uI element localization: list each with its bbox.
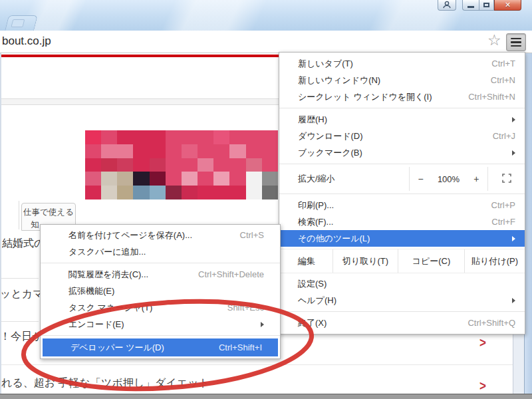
profile-button[interactable]	[438, 0, 456, 11]
mosaic-cell	[198, 130, 213, 144]
menu-item-label: ヘルプ(H)	[298, 295, 507, 307]
submenu-item-developer-tools[interactable]: デベロッパー ツール(D) Ctrl+Shift+I	[43, 338, 278, 356]
submenu-item-task-manager[interactable]: タスク マネージャ(T) Shift+Esc	[41, 299, 280, 316]
mosaic-cell	[133, 130, 149, 144]
menu-item-label: 履歴(H)	[298, 114, 507, 126]
maximize-icon	[483, 3, 489, 7]
mosaic-cell	[101, 186, 117, 200]
menu-item-label: ダウンロード(D)	[298, 130, 493, 142]
menu-zoom-row: 拡大/縮小 − 100% +	[279, 167, 525, 191]
mosaic-cell	[101, 130, 117, 144]
list-divider	[0, 278, 39, 279]
submenu-item-add-to-taskbar[interactable]: タスクバーに追加...	[41, 243, 280, 260]
menu-separator	[279, 194, 525, 194]
maximize-button[interactable]	[479, 0, 494, 11]
menu-item-print[interactable]: 印刷(P)... Ctrl+P	[279, 197, 525, 213]
menu-item-new-window[interactable]: 新しいウィンドウ(N) Ctrl+N	[279, 72, 525, 88]
menu-shortcut: Ctrl+T	[491, 59, 515, 68]
minimize-button[interactable]	[462, 0, 479, 11]
edit-label: 編集	[279, 249, 332, 273]
menu-item-new-tab[interactable]: 新しいタブ(T) Ctrl+T	[279, 55, 525, 72]
mosaic-cell	[85, 158, 101, 172]
mosaic-cell	[117, 158, 133, 172]
address-bar: bout.co.jp ☆	[0, 31, 532, 53]
pixelated-image	[85, 130, 278, 200]
list-divider	[0, 321, 39, 322]
menu-item-settings[interactable]: 設定(S)	[279, 275, 525, 292]
mosaic-cell	[262, 144, 278, 158]
favicon-placeholder	[11, 19, 25, 27]
paste-button[interactable]: 貼り付け(P)	[464, 249, 525, 273]
menu-item-label: デベロッパー ツール(D)	[70, 342, 219, 354]
menu-button[interactable]	[506, 33, 526, 51]
mosaic-cell	[246, 130, 262, 144]
mosaic-cell	[150, 144, 166, 158]
mosaic-cell	[262, 186, 278, 200]
menu-item-history[interactable]: 履歴(H)	[279, 111, 525, 128]
submenu-item-extensions[interactable]: 拡張機能(E)	[41, 283, 280, 299]
mosaic-cell	[85, 186, 101, 200]
menu-item-downloads[interactable]: ダウンロード(D) Ctrl+J	[279, 128, 525, 144]
mosaic-cell	[117, 130, 133, 144]
menu-item-label: 終了(X)	[298, 317, 467, 329]
page-text-bottom[interactable]: れる、超お 手軽な「ツボ押し」ダイエット	[1, 376, 209, 390]
mosaic-cell	[117, 144, 133, 158]
menu-item-label: 名前を付けてページを保存(A)...	[68, 229, 240, 241]
page-text-wedding[interactable]: 結婚式の	[2, 237, 45, 251]
menu-separator	[41, 335, 280, 336]
hamburger-icon	[511, 38, 521, 40]
menu-item-label: その他のツール(L)	[298, 233, 507, 245]
menu-shortcut: Ctrl+Shift+I	[219, 342, 262, 352]
submenu-item-save-page[interactable]: 名前を付けてページを保存(A)... Ctrl+S	[41, 227, 280, 243]
menu-shortcut: Ctrl+P	[491, 200, 515, 210]
mosaic-cell	[198, 186, 213, 200]
copy-button[interactable]: コピー(C)	[398, 249, 464, 273]
submenu-arrow-icon	[512, 298, 515, 303]
mosaic-cell	[182, 172, 198, 186]
zoom-out-button[interactable]: −	[416, 174, 426, 184]
browser-tab[interactable]	[5, 15, 38, 31]
chrome-menu: 新しいタブ(T) Ctrl+T 新しいウィンドウ(N) Ctrl+N シークレッ…	[279, 52, 525, 334]
page-text-kyou[interactable]: ！今日か	[0, 330, 43, 344]
url-text[interactable]: bout.co.jp	[2, 35, 51, 48]
submenu-arrow-icon	[512, 150, 515, 156]
list-chevron-icon[interactable]: >	[479, 335, 486, 350]
submenu-item-clear-browsing-data[interactable]: 閲覧履歴を消去(C)... Ctrl+Shift+Delete	[41, 266, 280, 283]
mosaic-cell	[166, 130, 182, 144]
list-chevron-icon[interactable]: >	[479, 378, 486, 394]
menu-shortcut: Ctrl+J	[493, 131, 515, 141]
menu-item-bookmarks[interactable]: ブックマーク(B)	[279, 144, 525, 161]
fullscreen-button[interactable]	[487, 167, 525, 191]
zoom-in-button[interactable]: +	[471, 174, 481, 184]
mosaic-cell	[117, 172, 133, 186]
close-button[interactable]: ✕	[494, 0, 521, 11]
menu-item-label: タスク マネージャ(T)	[68, 302, 227, 314]
mosaic-cell	[198, 158, 213, 172]
cut-button[interactable]: 切り取り(T)	[332, 249, 398, 273]
zoom-level: 100%	[438, 174, 460, 184]
menu-item-find[interactable]: 検索(F)... Ctrl+F	[279, 213, 525, 230]
menu-shortcut: Shift+Esc	[227, 303, 264, 313]
bookmark-star-icon[interactable]: ☆	[487, 31, 501, 49]
menu-separator	[279, 311, 525, 312]
mosaic-cell	[198, 144, 213, 158]
category-tab-label: 仕事で使える	[22, 207, 75, 218]
menu-item-incognito[interactable]: シークレット ウィンドウを開く(I) Ctrl+Shift+N	[279, 88, 525, 105]
submenu-arrow-icon	[512, 236, 515, 241]
mosaic-cell	[166, 144, 182, 158]
mosaic-cell	[101, 172, 117, 186]
mosaic-cell	[198, 172, 213, 186]
mosaic-cell	[229, 172, 245, 186]
menu-item-help[interactable]: ヘルプ(H)	[279, 292, 525, 309]
submenu-item-encoding[interactable]: エンコード(E)	[41, 316, 280, 332]
menu-item-more-tools[interactable]: その他のツール(L)	[279, 230, 525, 247]
window-border-bottom	[0, 394, 532, 399]
menu-shortcut: Ctrl+N	[491, 75, 515, 85]
menu-item-exit[interactable]: 終了(X) Ctrl+Shift+Q	[279, 315, 525, 331]
mosaic-cell	[133, 158, 149, 172]
mosaic-cell	[246, 144, 262, 158]
window-titlebar: ✕	[0, 0, 532, 31]
mosaic-cell	[246, 186, 262, 200]
menu-item-label: 新しいウィンドウ(N)	[298, 74, 491, 86]
menu-item-label: 閲覧履歴を消去(C)...	[68, 269, 198, 281]
